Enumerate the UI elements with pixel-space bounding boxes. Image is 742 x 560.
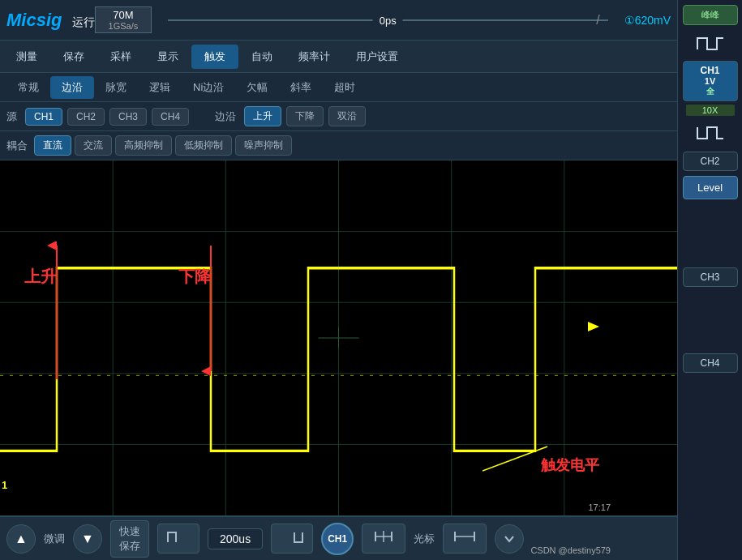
menu-measure[interactable]: 测量 — [3, 45, 50, 69]
coupling-label: 耦合 — [6, 139, 28, 153]
cursor-btn[interactable] — [362, 524, 405, 554]
top-bar: Micsig 运行 70M 1GSa/s 0ps / ①620mV — [0, 0, 677, 41]
menu-auto[interactable]: 自动 — [238, 45, 285, 69]
coup-noise[interactable]: 噪声抑制 — [235, 135, 292, 156]
menu-user-settings[interactable]: 用户设置 — [343, 45, 411, 69]
ch4-source-btn[interactable]: CH4 — [152, 108, 189, 126]
sub-ni-edge[interactable]: Ni边沿 — [182, 76, 235, 99]
svg-marker-14 — [588, 322, 599, 331]
quick-save-btn[interactable]: 快速 保存 — [110, 520, 149, 558]
source-row: 源 CH1 CH2 CH3 CH4 边沿 上升 下降 双沿 — [0, 102, 677, 131]
down-arrow-btn[interactable]: ▼ — [73, 524, 102, 554]
source-label: 源 — [6, 109, 17, 124]
csdn-watermark: CSDN @destiny579 — [530, 545, 611, 555]
up-arrow-btn[interactable]: ▲ — [6, 524, 36, 554]
ch2-source-btn[interactable]: CH2 — [67, 108, 105, 126]
dropdown-btn[interactable] — [495, 524, 524, 554]
fall-edge-btn[interactable]: 下降 — [286, 106, 324, 126]
time-div-box[interactable]: 70M 1GSa/s — [95, 6, 152, 33]
sub-logic[interactable]: 逻辑 — [138, 76, 182, 99]
time-end: / — [596, 13, 599, 28]
trigger-level-arrow — [588, 318, 612, 335]
fall-arrow — [195, 242, 227, 383]
scope-display: 上升 下降 1 触发电 — [0, 160, 677, 516]
menu-sample[interactable]: 采样 — [97, 45, 144, 69]
ch4-button[interactable]: CH4 — [683, 353, 738, 373]
sub-pulse[interactable]: 脉宽 — [94, 76, 138, 99]
rise-arrow — [41, 242, 73, 383]
fine-tune-label: 微调 — [44, 532, 65, 546]
menu-bar: 测量 保存 采样 显示 触发 自动 频率计 用户设置 — [0, 41, 677, 73]
coup-dc[interactable]: 直流 — [34, 135, 71, 156]
main-content: Micsig 运行 70M 1GSa/s 0ps / ①620mV 测量 保存 … — [0, 0, 677, 560]
wave-left-btn[interactable] — [157, 524, 199, 554]
trigger-voltage: ①620mV — [624, 14, 671, 27]
logo: Micsig 运行 — [6, 10, 95, 31]
wave-right-btn[interactable] — [271, 524, 313, 554]
menu-trigger[interactable]: 触发 — [191, 45, 238, 69]
cursor-label: 光标 — [414, 532, 435, 546]
wave-icon-up — [686, 28, 735, 58]
edge-label: 边沿 — [215, 109, 236, 124]
top-center: 70M 1GSa/s 0ps / ①620mV — [95, 6, 671, 33]
svg-line-15 — [483, 447, 547, 471]
peak-peak-label: 峰峰 — [683, 5, 738, 25]
time-display: 200us — [208, 528, 263, 549]
ch3-button[interactable]: CH3 — [683, 267, 738, 287]
wave-icon-down — [686, 119, 735, 148]
menu-display[interactable]: 显示 — [144, 45, 191, 69]
coup-ac[interactable]: 交流 — [75, 135, 112, 156]
bottom-bar: ▲ 微调 ▼ 快速 保存 200us CH1 — [0, 516, 677, 560]
sub-normal[interactable]: 常规 — [6, 76, 50, 99]
ch1-circle-btn[interactable]: CH1 — [321, 523, 354, 555]
sub-under[interactable]: 欠幅 — [235, 76, 279, 99]
sub-menu-bar: 常规 边沿 脉宽 逻辑 Ni边沿 欠幅 斜率 超时 — [0, 73, 677, 102]
trigger-level-line — [483, 442, 612, 475]
menu-frequency[interactable]: 频率计 — [285, 45, 343, 69]
x10-badge: 10X — [686, 105, 735, 116]
sub-slope[interactable]: 斜率 — [279, 76, 323, 99]
ch2-button[interactable]: CH2 — [683, 152, 738, 171]
measure-btn[interactable] — [443, 524, 487, 554]
coup-lf[interactable]: 低频抑制 — [175, 135, 232, 156]
coup-hf[interactable]: 高频抑制 — [115, 135, 172, 156]
fine-tune-group: 微调 — [44, 532, 65, 546]
coupling-row: 耦合 直流 交流 高频抑制 低频抑制 噪声抑制 — [0, 131, 677, 160]
ch1-button[interactable]: CH1 1V 全 — [683, 61, 738, 101]
dual-edge-btn[interactable]: 双沿 — [328, 106, 366, 126]
timestamp: 17:17 — [588, 502, 611, 512]
sub-edge[interactable]: 边沿 — [50, 76, 94, 99]
level-button[interactable]: Level — [683, 176, 738, 199]
time-offset: 0ps — [373, 13, 403, 28]
right-panel: 峰峰 CH1 1V 全 10X CH2 Level CH3 CH4 — [677, 0, 742, 560]
ch1-source-btn[interactable]: CH1 — [25, 108, 62, 126]
ch1-marker: 1 — [2, 479, 7, 491]
menu-save[interactable]: 保存 — [50, 45, 97, 69]
ch3-source-btn[interactable]: CH3 — [109, 108, 147, 126]
sub-timeout[interactable]: 超时 — [323, 76, 367, 99]
rise-edge-btn[interactable]: 上升 — [244, 106, 281, 126]
